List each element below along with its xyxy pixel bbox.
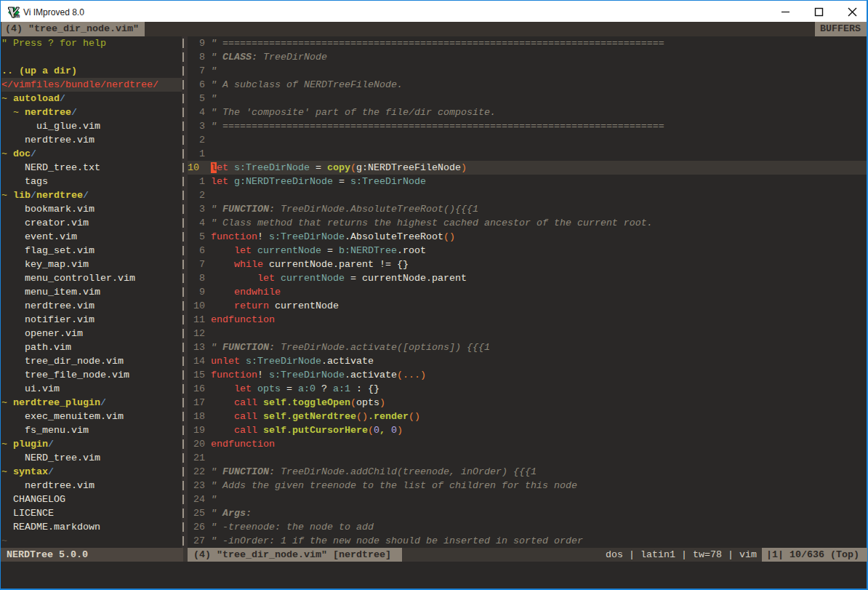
svg-text:im: im: [13, 12, 20, 19]
